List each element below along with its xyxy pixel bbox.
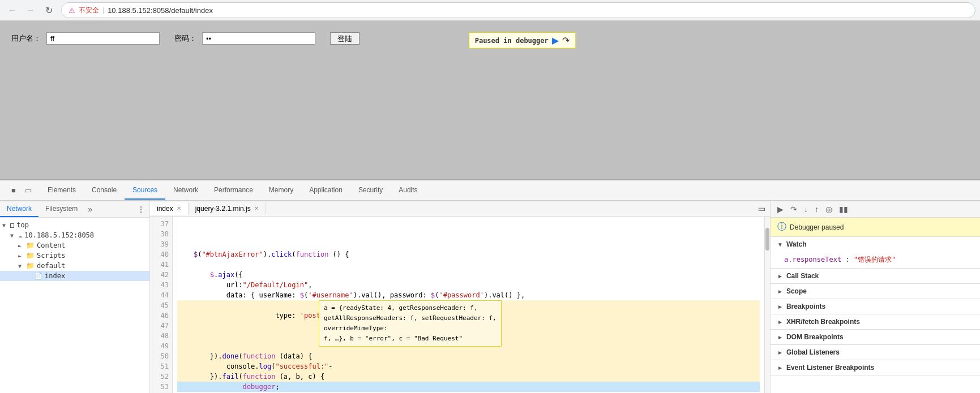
code-line-46: }).done(function (data) {: [177, 351, 760, 361]
debugger-resume-button[interactable]: ▶: [775, 204, 786, 215]
callstack-label: Call Stack: [786, 272, 819, 280]
line-numbers: 37 38 39 40 41 42 43 44 45 46 47 48 49 5…: [150, 217, 173, 393]
left-panel-tabs: Network Filesystem » ⋮: [0, 201, 149, 218]
xhr-label: XHR/fetch Breakpoints: [786, 318, 860, 326]
tab-application[interactable]: Application: [301, 182, 350, 200]
debug-section-global: ► Global Listeners: [771, 345, 980, 360]
debug-section-breakpoints: ► Breakpoints: [771, 299, 980, 314]
paused-bar: Paused in debugger ▶ ↷: [469, 32, 576, 49]
tab-sources[interactable]: Sources: [125, 182, 165, 200]
debug-section-xhr: ► XHR/fetch Breakpoints: [771, 314, 980, 330]
close-jquery-tab[interactable]: ✕: [254, 205, 259, 211]
debug-section-scope: ► Scope: [771, 284, 980, 299]
login-form: 用户名： 密码： 登陆: [11, 32, 360, 45]
debugger-stepin-button[interactable]: ↓: [802, 204, 810, 215]
back-button[interactable]: ←: [5, 2, 20, 18]
watch-item-1: a.responseText : "错误的请求": [784, 254, 966, 266]
dom-header[interactable]: ► DOM Breakpoints: [771, 330, 980, 344]
forward-button[interactable]: →: [23, 2, 38, 18]
tab-console[interactable]: Console: [84, 182, 125, 200]
tab-memory[interactable]: Memory: [261, 182, 301, 200]
debugger-stepout-button[interactable]: ↑: [812, 204, 821, 215]
debugger-deactivate-button[interactable]: ◎: [823, 204, 835, 215]
breakpoints-label: Breakpoints: [786, 303, 825, 310]
insecure-icon: ⚠: [69, 6, 75, 15]
username-input[interactable]: [46, 32, 160, 45]
debugger-tooltip: a = {readyState: 4, getResponseHeader: f…: [319, 300, 502, 347]
lp-more-button[interactable]: »: [84, 205, 96, 214]
tab-elements[interactable]: Elements: [40, 182, 84, 200]
tree-item-top[interactable]: ▼ □ top: [0, 220, 149, 230]
watch-header[interactable]: ▼ Watch: [771, 237, 980, 252]
code-tab-index-label: index: [157, 205, 173, 213]
watch-val-1: "错误的请求": [854, 256, 896, 264]
tab-network[interactable]: Network: [165, 182, 206, 200]
code-line-42: $.ajax({: [177, 270, 760, 280]
watch-colon-1: :: [845, 256, 853, 264]
expand-code-button[interactable]: ▭: [754, 204, 770, 213]
event-header[interactable]: ► Event Listener Breakpoints: [771, 360, 980, 375]
xhr-header[interactable]: ► XHR/fetch Breakpoints: [771, 314, 980, 329]
tab-security[interactable]: Security: [350, 182, 391, 200]
code-line-45: type: 'post' a = {readyState: 4, getResp…: [177, 300, 760, 351]
code-line-49: debugger;: [177, 382, 760, 392]
scope-header[interactable]: ► Scope: [771, 284, 980, 299]
close-index-tab[interactable]: ✕: [177, 205, 181, 211]
callstack-arrow: ►: [777, 273, 783, 279]
breakpoints-arrow: ►: [777, 304, 783, 310]
right-panel: ▶ ↷ ↓ ↑ ◎ ▮▮ ⓘ Debugger paused ▼ Watch: [771, 201, 980, 393]
code-line-37: [177, 219, 760, 229]
file-tree: ▼ □ top ▼ ☁ 10.188.5.152:8058 ► 📁 Conten…: [0, 218, 149, 393]
password-label: 密码：: [174, 33, 196, 44]
watch-key-1: a.responseText: [784, 256, 841, 264]
device-icon[interactable]: ▭: [22, 184, 35, 197]
event-label: Event Listener Breakpoints: [786, 364, 874, 372]
address-bar[interactable]: ⚠ 不安全 | 10.188.5.152:8058/default/index: [61, 2, 975, 18]
code-line-39: [177, 239, 760, 249]
debugger-stepover-button[interactable]: ↷: [788, 204, 799, 215]
debug-section-dom: ► DOM Breakpoints: [771, 330, 980, 345]
dom-label: DOM Breakpoints: [786, 333, 844, 341]
devtools-body: Network Filesystem » ⋮ ▼ □ top ▼ ☁ 10.18…: [0, 201, 980, 393]
step-over-button[interactable]: ↷: [562, 35, 570, 46]
code-line-38: [177, 229, 760, 239]
dom-arrow: ►: [777, 334, 783, 340]
tree-item-index[interactable]: 📄 index: [0, 271, 149, 281]
breakpoints-header[interactable]: ► Breakpoints: [771, 299, 980, 314]
devtools: ■ ▭ Elements Console Sources Network Per…: [0, 179, 980, 393]
tree-item-host[interactable]: ▼ ☁ 10.188.5.152:8058: [0, 230, 149, 240]
resume-button[interactable]: ▶: [552, 35, 559, 46]
global-arrow: ►: [777, 349, 783, 356]
username-label: 用户名：: [11, 33, 41, 44]
password-input[interactable]: [202, 32, 315, 45]
tab-performance[interactable]: Performance: [206, 182, 261, 200]
debugger-pause-button[interactable]: ▮▮: [837, 204, 850, 215]
inspect-icon[interactable]: ■: [7, 184, 20, 197]
code-tab-jquery[interactable]: jquery-3.2.1.min.js ✕: [189, 202, 266, 215]
debugger-paused-banner: ⓘ Debugger paused: [771, 218, 980, 237]
watch-label: Watch: [786, 240, 807, 248]
nav-buttons: ← → ↻: [5, 2, 57, 18]
code-tabs: index ✕ jquery-3.2.1.min.js ✕ ▭: [150, 201, 770, 217]
tree-item-content[interactable]: ► 📁 Content: [0, 240, 149, 251]
tree-item-scripts[interactable]: ► 📁 Scripts: [0, 251, 149, 261]
reload-button[interactable]: ↻: [41, 2, 57, 18]
watch-content: a.responseText : "错误的请求": [771, 252, 980, 268]
code-line-43: url:"/Default/Login",: [177, 280, 760, 290]
scrollbar[interactable]: [764, 217, 770, 393]
login-button[interactable]: 登陆: [330, 32, 360, 45]
debugger-paused-label: Debugger paused: [790, 223, 844, 231]
lp-tab-network[interactable]: Network: [0, 201, 38, 217]
global-header[interactable]: ► Global Listeners: [771, 345, 980, 360]
lp-tab-filesystem[interactable]: Filesystem: [38, 201, 84, 217]
lp-menu-button[interactable]: ⋮: [132, 205, 149, 214]
tree-item-default[interactable]: ▼ 📁 default: [0, 261, 149, 271]
event-arrow: ►: [777, 365, 783, 371]
left-panel: Network Filesystem » ⋮ ▼ □ top ▼ ☁ 10.18…: [0, 201, 150, 393]
tab-audits[interactable]: Audits: [391, 182, 425, 200]
browser-toolbar: ← → ↻ ⚠ 不安全 | 10.188.5.152:8058/default/…: [0, 0, 980, 20]
code-tab-index[interactable]: index ✕: [150, 202, 189, 215]
callstack-header[interactable]: ► Call Stack: [771, 269, 980, 283]
code-area: 37 38 39 40 41 42 43 44 45 46 47 48 49 5…: [150, 217, 770, 393]
browser-chrome: ← → ↻ ⚠ 不安全 | 10.188.5.152:8058/default/…: [0, 0, 980, 21]
